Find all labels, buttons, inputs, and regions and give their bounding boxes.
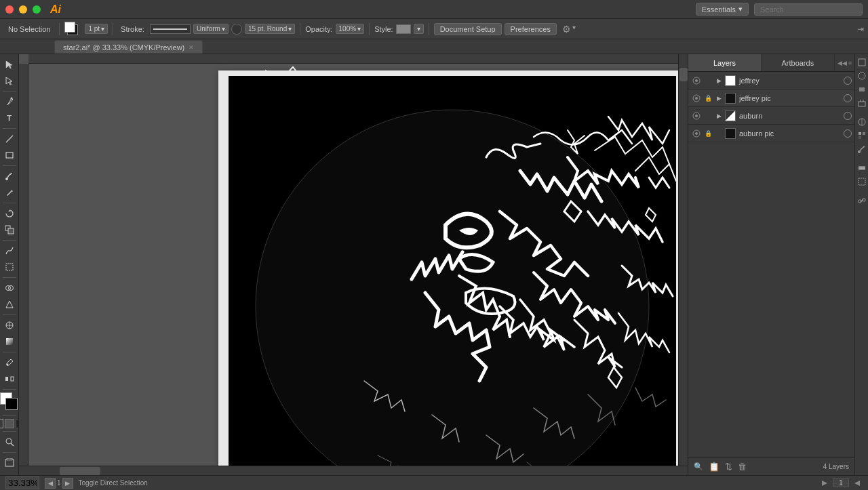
layer-target-auburn-pic[interactable] bbox=[844, 129, 852, 138]
scale-tool[interactable] bbox=[2, 222, 17, 237]
style-dropdown[interactable]: ▾ bbox=[414, 24, 424, 34]
color-boxes bbox=[0, 392, 19, 413]
artboards-panel-icon[interactable] bbox=[856, 176, 867, 187]
gradient-tool[interactable] bbox=[2, 334, 17, 349]
free-transform-tool[interactable] bbox=[2, 260, 17, 274]
line-tool[interactable] bbox=[2, 131, 17, 146]
style-swatch[interactable] bbox=[396, 24, 411, 34]
swatches-panel-icon[interactable] bbox=[856, 130, 867, 141]
layer-lock-auburn-pic[interactable]: 🔒 bbox=[703, 129, 713, 138]
frame-input[interactable] bbox=[833, 478, 849, 487]
svg-rect-16 bbox=[11, 377, 14, 381]
workspace-label: Essentials bbox=[702, 5, 736, 14]
preferences-button[interactable]: Preferences bbox=[505, 23, 557, 35]
search-input[interactable] bbox=[754, 3, 863, 16]
type-tool[interactable]: T bbox=[2, 110, 17, 125]
layer-expand-jeffrey-pic[interactable]: ▶ bbox=[714, 94, 724, 103]
document-tab[interactable]: star2.ai* @ 33.33% (CMYK/Preview) ✕ bbox=[54, 40, 203, 54]
prev-artboard-button[interactable]: ◀ bbox=[45, 478, 56, 489]
maximize-button[interactable] bbox=[33, 5, 41, 14]
layer-visibility-auburn[interactable] bbox=[691, 110, 702, 121]
mesh-tool[interactable] bbox=[2, 318, 17, 333]
links-panel-icon[interactable] bbox=[856, 195, 867, 206]
eyedropper-tool[interactable] bbox=[2, 355, 17, 370]
layer-row-jeffrey[interactable]: 🔒 ▶ jeffrey bbox=[688, 72, 854, 89]
screen-mode-full[interactable] bbox=[5, 419, 14, 428]
horizontal-scrollbar[interactable] bbox=[19, 466, 688, 475]
background-color[interactable] bbox=[5, 398, 18, 410]
svg-line-18 bbox=[11, 443, 14, 446]
warp-tool[interactable] bbox=[2, 243, 17, 258]
divider1 bbox=[59, 23, 60, 35]
tab-artboards[interactable]: Artboards bbox=[762, 54, 835, 71]
vertical-ruler bbox=[19, 64, 28, 466]
selection-tool[interactable] bbox=[2, 57, 17, 72]
perspective-tool[interactable] bbox=[2, 297, 17, 312]
rect-tool[interactable] bbox=[2, 148, 17, 163]
paintbrush-tool[interactable] bbox=[2, 169, 17, 184]
fill-color-swatch[interactable] bbox=[64, 22, 75, 33]
layer-lock-jeffrey-pic[interactable]: 🔒 bbox=[703, 94, 713, 103]
hscroll-thumb[interactable] bbox=[60, 467, 100, 475]
pencil-tool[interactable] bbox=[2, 185, 17, 200]
layer-row-auburn[interactable]: 🔒 ▶ auburn bbox=[688, 107, 854, 125]
svg-point-27 bbox=[695, 115, 698, 117]
tab-close-button[interactable]: ✕ bbox=[189, 44, 194, 51]
layer-expand-auburn[interactable]: ▶ bbox=[714, 111, 724, 121]
zoom-input[interactable] bbox=[5, 476, 39, 489]
align-panel-icon[interactable] bbox=[856, 84, 867, 95]
next-artboard-button[interactable]: ▶ bbox=[62, 478, 73, 489]
svg-rect-5 bbox=[8, 228, 14, 234]
panel-reorder-icon[interactable]: ⇅ bbox=[725, 462, 732, 472]
transform-panel-icon[interactable] bbox=[856, 98, 867, 108]
tool-separator-7 bbox=[3, 314, 16, 315]
vertical-scrollbar[interactable] bbox=[678, 54, 688, 475]
blend-tool[interactable] bbox=[2, 371, 17, 386]
tab-layers[interactable]: Layers bbox=[688, 54, 762, 71]
main-area: T bbox=[0, 54, 868, 475]
layer-target-jeffrey-pic[interactable] bbox=[844, 94, 852, 102]
layer-expand-jeffrey[interactable]: ▶ bbox=[714, 76, 724, 85]
brushes-panel-icon[interactable] bbox=[856, 144, 867, 155]
layer-row-auburn-pic[interactable]: 🔒 ▶ auburn pic bbox=[688, 125, 854, 142]
layers-panel-icon[interactable] bbox=[856, 163, 867, 173]
vscroll-thumb[interactable] bbox=[679, 68, 688, 81]
color-panel-icon[interactable] bbox=[856, 117, 867, 127]
properties-panel-icon[interactable] bbox=[856, 57, 867, 68]
layer-lock-jeffrey[interactable]: 🔒 bbox=[703, 76, 713, 85]
direct-selection-tool[interactable] bbox=[2, 73, 17, 88]
panel-search-icon[interactable]: 🔍 bbox=[694, 462, 703, 471]
stroke-weight-value: 1 pt bbox=[88, 25, 100, 33]
divider3 bbox=[300, 23, 300, 35]
panel-delete-icon[interactable]: 🗑 bbox=[738, 462, 747, 472]
rotate-tool[interactable] bbox=[2, 206, 17, 221]
extra-arrow: ▾ bbox=[572, 24, 576, 35]
layer-target-auburn[interactable] bbox=[844, 112, 852, 120]
libraries-panel-icon[interactable] bbox=[856, 70, 867, 81]
minimize-button[interactable] bbox=[19, 5, 27, 14]
screen-mode-normal[interactable] bbox=[0, 419, 3, 428]
panel-new-layer-icon[interactable]: 📋 bbox=[709, 462, 719, 472]
stroke-type-dropdown[interactable]: Uniform ▾ bbox=[193, 24, 229, 34]
workspace-selector[interactable]: Essentials ▾ bbox=[696, 3, 749, 16]
stroke-weight-dropdown[interactable]: 1 pt ▾ bbox=[85, 24, 108, 34]
layer-row-jeffrey-pic[interactable]: 🔒 ▶ jeffrey pic bbox=[688, 89, 854, 107]
panel-expand-icon[interactable]: ◀◀ bbox=[837, 60, 847, 66]
close-button[interactable] bbox=[5, 5, 14, 14]
layer-target-jeffrey[interactable] bbox=[844, 77, 852, 85]
artboard-tool[interactable] bbox=[2, 455, 17, 470]
layer-visibility-jeffrey[interactable] bbox=[691, 75, 702, 86]
layer-lock-auburn[interactable]: 🔒 bbox=[703, 111, 713, 121]
status-right bbox=[819, 478, 863, 487]
zoom-tool[interactable] bbox=[2, 434, 17, 449]
opacity-label: Opacity: bbox=[305, 25, 332, 33]
layer-visibility-jeffrey-pic[interactable] bbox=[691, 93, 702, 104]
cap-style-dropdown[interactable]: 15 pt. Round ▾ bbox=[245, 24, 295, 34]
layer-visibility-auburn-pic[interactable] bbox=[691, 128, 702, 139]
panel-menu-icon[interactable]: ≡ bbox=[848, 60, 852, 66]
document-setup-button[interactable]: Document Setup bbox=[434, 23, 502, 35]
pen-tool[interactable] bbox=[2, 94, 17, 109]
opacity-dropdown[interactable]: 100% ▾ bbox=[336, 24, 365, 34]
shape-builder-tool[interactable] bbox=[2, 281, 17, 295]
panel-toggle-icon[interactable]: ⇥ bbox=[857, 24, 864, 34]
